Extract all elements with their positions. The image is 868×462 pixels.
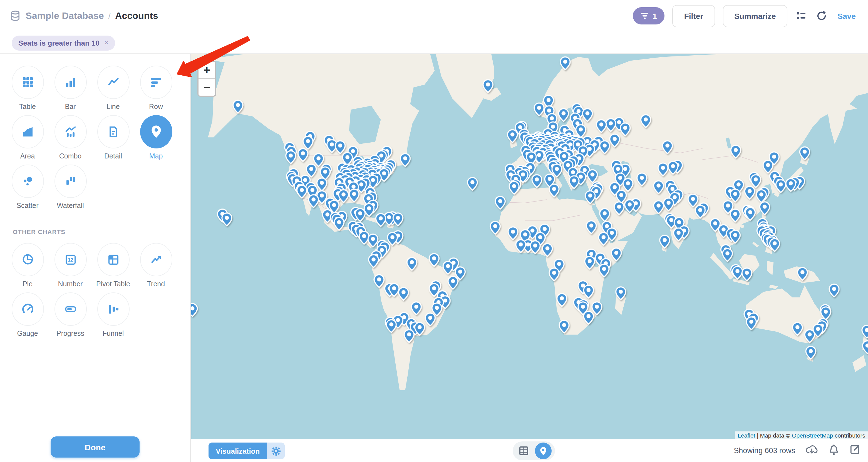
map-pin[interactable] <box>610 134 619 147</box>
save-button[interactable]: Save <box>838 11 856 20</box>
map-pin[interactable] <box>584 311 593 324</box>
map-pin[interactable] <box>483 80 493 93</box>
chart-type-row[interactable]: Row <box>134 66 177 115</box>
map-pin[interactable] <box>404 330 414 342</box>
chart-type-area[interactable]: Area <box>6 115 49 164</box>
map-pin[interactable] <box>862 325 868 338</box>
map-pin[interactable] <box>614 202 624 215</box>
chart-type-progress[interactable]: Progress <box>49 292 92 342</box>
map-markers[interactable] <box>191 54 868 439</box>
map-pin[interactable] <box>745 207 755 220</box>
map-pin[interactable] <box>625 199 634 212</box>
map-pin[interactable] <box>793 322 802 335</box>
chart-type-waterfall[interactable]: Waterfall <box>49 164 92 214</box>
map-pin[interactable] <box>662 141 672 154</box>
map-pin[interactable] <box>733 266 742 279</box>
map-pin[interactable] <box>829 284 839 297</box>
map-pin[interactable] <box>191 304 197 316</box>
map-pin[interactable] <box>386 320 396 333</box>
map-pin[interactable] <box>297 185 307 198</box>
map-pin[interactable] <box>508 227 518 240</box>
map-pin[interactable] <box>407 257 417 270</box>
map-pin[interactable] <box>688 194 698 207</box>
map-pin[interactable] <box>731 189 740 202</box>
map-pin[interactable] <box>374 275 384 287</box>
map-pin[interactable] <box>641 115 651 128</box>
zoom-in-button[interactable]: + <box>198 62 215 79</box>
visualization-settings-button[interactable] <box>267 442 285 459</box>
map-pin[interactable] <box>560 57 570 70</box>
map-pin[interactable] <box>468 178 477 190</box>
map-pin[interactable] <box>599 264 609 277</box>
map-pin[interactable] <box>359 231 369 244</box>
map-pin[interactable] <box>495 196 505 209</box>
map-pin[interactable] <box>806 346 816 359</box>
osm-link[interactable]: OpenStreetMap <box>792 432 833 439</box>
chart-type-number[interactable]: 12 Number <box>49 243 92 292</box>
map-pin[interactable] <box>637 173 647 186</box>
chart-type-pivot-table[interactable]: Pivot Table <box>92 243 134 292</box>
map-pin[interactable] <box>549 268 559 281</box>
map-pin[interactable] <box>306 164 316 177</box>
toggle-map-button[interactable] <box>535 442 552 459</box>
remove-filter-icon[interactable]: × <box>104 39 108 47</box>
map-pin[interactable] <box>587 170 597 183</box>
map-pin[interactable] <box>592 302 602 315</box>
map-pin[interactable] <box>334 217 344 230</box>
map-pin[interactable] <box>598 233 608 245</box>
map-pin[interactable] <box>309 194 318 207</box>
map-pin[interactable] <box>722 248 732 261</box>
map-pin[interactable] <box>585 191 595 204</box>
map-pin[interactable] <box>805 330 815 342</box>
map-pin[interactable] <box>507 130 517 143</box>
map-pin[interactable] <box>339 190 348 203</box>
map-pin[interactable] <box>664 198 673 211</box>
map-pin[interactable] <box>559 320 569 333</box>
map-pin[interactable] <box>532 175 541 188</box>
map-pin[interactable] <box>616 287 626 300</box>
chart-type-table[interactable]: Table <box>6 66 49 115</box>
map-pin[interactable] <box>586 221 596 234</box>
map-pin[interactable] <box>429 253 439 266</box>
chart-type-pie[interactable]: Pie <box>6 243 49 292</box>
map-pin[interactable] <box>399 287 408 300</box>
refresh-icon[interactable] <box>815 10 828 22</box>
chart-type-bar[interactable]: Bar <box>49 66 92 115</box>
chart-type-line[interactable]: Line <box>92 66 134 115</box>
map-pin[interactable] <box>654 181 663 194</box>
filter-button[interactable]: Filter <box>673 5 715 27</box>
map-pin[interactable] <box>742 268 752 281</box>
map-pin[interactable] <box>298 149 308 161</box>
map-pin[interactable] <box>534 103 544 116</box>
map-pin[interactable] <box>674 228 683 241</box>
map-pin[interactable] <box>222 213 231 226</box>
map-canvas[interactable]: + − Leaflet | Map data © OpenStreetMap c… <box>191 54 868 439</box>
map-pin[interactable] <box>368 234 378 247</box>
map-pin[interactable] <box>376 214 385 226</box>
chart-type-gauge[interactable]: Gauge <box>6 292 49 342</box>
chart-type-detail[interactable]: Detail <box>92 115 134 164</box>
map-pin[interactable] <box>314 154 323 166</box>
map-pin[interactable] <box>623 179 633 191</box>
map-pin[interactable] <box>658 163 668 176</box>
map-pin[interactable] <box>349 189 359 202</box>
map-pin[interactable] <box>821 307 831 320</box>
map-pin[interactable] <box>509 182 519 194</box>
filter-chip[interactable]: Seats is greater than 10 × <box>12 35 115 50</box>
map-pin[interactable] <box>611 248 621 261</box>
map-pin[interactable] <box>600 141 610 154</box>
map-pin[interactable] <box>731 209 740 222</box>
map-pin[interactable] <box>557 294 567 306</box>
done-button[interactable]: Done <box>51 436 140 458</box>
map-pin[interactable] <box>760 202 770 215</box>
map-pin[interactable] <box>233 100 243 113</box>
map-pin[interactable] <box>549 184 559 197</box>
map-pin[interactable] <box>776 180 786 193</box>
map-pin[interactable] <box>364 204 374 216</box>
map-pin[interactable] <box>583 109 592 121</box>
map-pin[interactable] <box>443 261 453 274</box>
chart-type-combo[interactable]: Combo <box>49 115 92 164</box>
map-pin[interactable] <box>600 209 610 221</box>
zoom-out-button[interactable]: − <box>198 79 215 96</box>
map-pin[interactable] <box>400 154 410 166</box>
